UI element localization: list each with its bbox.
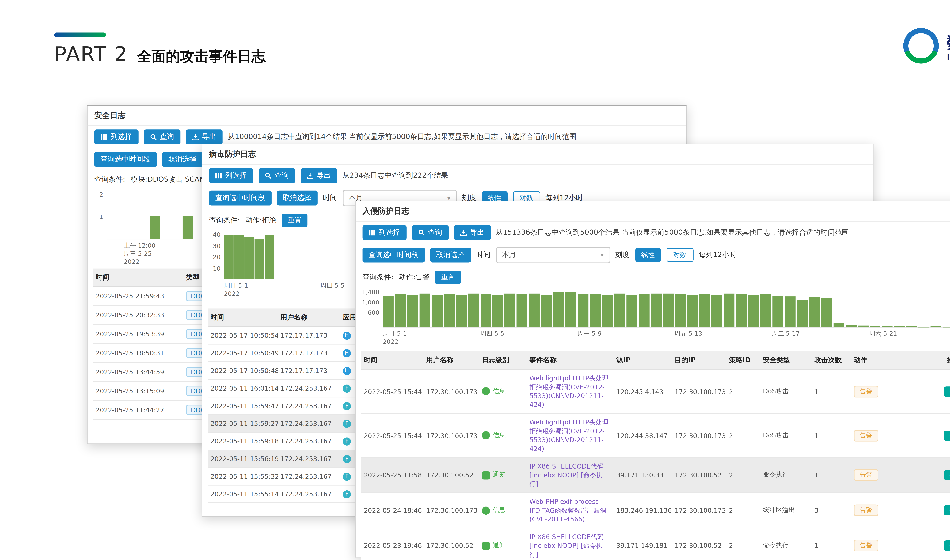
query-button[interactable]: 查询 [412, 225, 449, 240]
chart-bar [265, 235, 274, 278]
query-selected-range-button[interactable]: 查询选中时间段 [94, 152, 157, 167]
chart-bar [663, 293, 674, 327]
query-selected-range-button[interactable]: 查询选中时间段 [362, 248, 425, 263]
company-logo: 数信安全 ID SEC [902, 28, 950, 66]
chart-bar [857, 326, 868, 327]
export-icon [460, 229, 467, 236]
level-badge: i信息 [482, 431, 506, 440]
chart-bar [797, 300, 808, 327]
x-tick-label: 上午 12:00周三 5-252022 [124, 242, 156, 266]
cancel-selection-button[interactable]: 取消选择 [430, 248, 470, 263]
cell-event: Web PHP exif process IFD TAG函数整数溢出漏洞(CVE… [527, 493, 614, 528]
columns-button[interactable]: 列选择 [209, 168, 253, 183]
cell-src-ip: 39.171.130.33 [614, 467, 672, 483]
y-tick-label: 1,000 [362, 299, 379, 306]
chart-bar [224, 235, 233, 278]
more-actions-button[interactable]: ⋯ [944, 540, 950, 551]
cell-action: 告警 [851, 465, 916, 485]
cell-user: 172.30.100.52 [424, 467, 479, 483]
slide-title-text: 全面的攻击事件日志 [137, 47, 265, 66]
y-tick-label: 30 [213, 243, 221, 249]
table-body: 2022-05-25 15:44:54172.30.100.173i信息Web … [361, 369, 950, 560]
log-scale-button[interactable]: 对数 [666, 248, 693, 262]
chevron-down-icon: ▾ [447, 195, 450, 202]
column-header: 目的IP [672, 351, 726, 369]
cell-src-ip: 120.245.4.143 [614, 383, 672, 399]
x-tick-label: 周四 5-5 [480, 329, 504, 338]
columns-button[interactable]: 列选择 [94, 129, 138, 145]
x-tick-label: 周一 5-9 [578, 329, 602, 338]
reset-button[interactable]: 重置 [435, 271, 461, 284]
cell-time: 2022-05-25 13:44:59 [93, 364, 183, 380]
export-button-label: 导出 [202, 132, 216, 142]
y-tick-label: 40 [213, 231, 221, 238]
cell-user: 172.30.100.52 [424, 538, 479, 553]
column-header: 日志级别 [479, 351, 527, 369]
export-button[interactable]: 导出 [301, 168, 337, 183]
query-button[interactable]: 查询 [258, 168, 295, 183]
column-header: 源IP [614, 351, 672, 369]
time-range-value: 本月 [502, 250, 516, 260]
cell-user: 172.24.253.167 [278, 451, 340, 466]
x-tick-label: 周日 5-12022 [224, 282, 248, 298]
chart-bar [602, 295, 613, 327]
cell-event: IP X86 SHELLCODE代码 [inc ebx NOOP] [命令执行] [527, 528, 614, 560]
column-header: 时间 [93, 269, 183, 286]
more-actions-button[interactable]: ⋯ [944, 505, 950, 515]
chart-bar [432, 295, 442, 327]
cell-time: 2022-05-25 11:44:27 [93, 402, 183, 418]
chart-bar [254, 239, 264, 278]
x-tick-label: 周六 5-21 [869, 329, 897, 338]
event-name-link[interactable]: IP X86 SHELLCODE代码 [inc ebx NOOP] [命令执行] [529, 533, 604, 558]
x-tick-label: 周四 5-5 [320, 282, 344, 290]
column-header: 时间 [208, 308, 278, 326]
linear-scale-button[interactable]: 线性 [635, 248, 661, 262]
export-button[interactable]: 导出 [454, 225, 490, 240]
event-name-link[interactable]: Web lighttpd HTTP头处理拒绝服务漏洞(CVE-2012-5533… [529, 374, 608, 408]
chart-bar [614, 294, 625, 327]
export-button[interactable]: 导出 [186, 129, 222, 145]
table-row[interactable]: 2022-05-23 19:46:53172.30.100.52!通知IP X8… [361, 528, 950, 560]
level-label: 信息 [493, 506, 506, 515]
table-row[interactable]: 2022-05-24 18:46:15172.30.100.173i信息Web … [361, 493, 950, 528]
cell-event: Web lighttpd HTTP头处理拒绝服务漏洞(CVE-2012-5533… [527, 414, 614, 457]
query-button[interactable]: 查询 [143, 129, 180, 145]
cell-user: 172.24.253.167 [278, 433, 340, 449]
query-selected-range-button[interactable]: 查询选中时间段 [209, 191, 271, 206]
chart-bar [870, 326, 881, 327]
action-badge: 告警 [854, 429, 878, 441]
cell-user: 172.30.100.173 [424, 503, 479, 518]
more-actions-button[interactable]: ⋯ [944, 386, 950, 396]
table-row[interactable]: 2022-05-25 15:44:54172.30.100.173i信息Web … [361, 369, 950, 414]
event-name-link[interactable]: IP X86 SHELLCODE代码 [inc ebx NOOP] [命令执行] [529, 462, 604, 488]
app-icon: F [343, 385, 351, 392]
more-actions-button[interactable]: ⋯ [944, 430, 950, 441]
cell-user: 172.30.100.173 [424, 383, 479, 399]
cell-time: 2022-05-11 15:56:19 [208, 451, 278, 466]
chart-bar [675, 295, 686, 327]
event-name-link[interactable]: Web lighttpd HTTP头处理拒绝服务漏洞(CVE-2012-5533… [529, 418, 608, 452]
cell-time: 2022-05-25 15:44:54 [361, 383, 424, 399]
chart-bar [541, 295, 552, 327]
table-row[interactable]: 2022-05-25 15:44:52172.30.100.173i信息Web … [361, 414, 950, 458]
cell-policy-id: 2 [726, 467, 760, 483]
more-actions-button[interactable]: ⋯ [944, 470, 950, 480]
event-name-link[interactable]: Web PHP exif process IFD TAG函数整数溢出漏洞(CVE… [529, 498, 606, 523]
cancel-selection-button[interactable]: 取消选择 [162, 152, 202, 167]
accent-bar [54, 32, 106, 37]
chart-bar [566, 292, 576, 327]
plot-area[interactable] [383, 289, 950, 328]
time-range-select[interactable]: 本月 ▾ [496, 247, 610, 263]
chart-bar [748, 295, 759, 327]
cancel-selection-button[interactable]: 取消选择 [277, 191, 317, 206]
level-badge: i信息 [482, 387, 506, 396]
chart-bar [931, 326, 941, 327]
reset-button[interactable]: 重置 [282, 214, 308, 227]
y-axis: 1,4001,000600 [362, 289, 383, 328]
chart-bar [699, 294, 710, 327]
chart-bar [590, 295, 601, 327]
query-button-label: 查询 [428, 228, 442, 237]
level-badge: i信息 [482, 506, 506, 515]
columns-button[interactable]: 列选择 [362, 225, 406, 240]
table-row[interactable]: 2022-05-25 11:58:15172.30.100.52!通知IP X8… [361, 458, 950, 493]
